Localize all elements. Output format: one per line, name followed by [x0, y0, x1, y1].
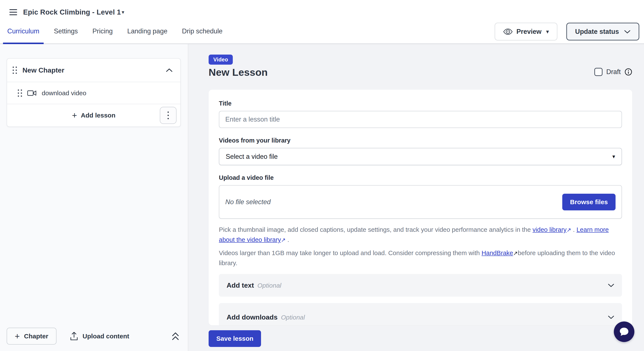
chevron-down-icon — [608, 283, 614, 287]
lesson-title: download video — [42, 90, 86, 97]
draft-toggle: Draft — [594, 68, 632, 78]
course-title-dropdown[interactable]: Epic Rock Climbing - Level 1 ▾ — [23, 8, 124, 16]
tab-row: Curriculum Settings Pricing Landing page… — [0, 20, 644, 44]
lesson-header: New Lesson Draft — [208, 65, 632, 78]
help-text: . — [571, 226, 576, 233]
save-row: Save lesson — [208, 330, 632, 347]
video-library-field: Videos from your library Select a video … — [219, 137, 622, 165]
chapter-footer: + Add lesson — [7, 104, 180, 126]
tab-drip-schedule[interactable]: Drip schedule — [178, 20, 227, 44]
lesson-form-card: Title Videos from your library Select a … — [208, 90, 632, 325]
add-text-label: Add text — [226, 282, 254, 289]
top-actions: Preview ▾ Update status — [495, 23, 639, 40]
title-bar: Epic Rock Climbing - Level 1 ▾ — [0, 0, 644, 20]
eye-icon — [503, 28, 513, 35]
upload-video-label: Upload a video file — [219, 174, 622, 181]
external-link-icon: ↗ — [513, 249, 518, 258]
video-camera-icon — [27, 90, 36, 96]
course-title: Epic Rock Climbing - Level 1 — [23, 8, 121, 16]
add-chapter-label: Chapter — [24, 332, 48, 340]
chevron-down-icon — [624, 30, 630, 34]
update-status-label: Update status — [575, 28, 619, 36]
video-library-label: Videos from your library — [219, 137, 622, 144]
video-file-select-value: Select a video file — [226, 153, 278, 160]
draft-label: Draft — [606, 68, 621, 76]
add-downloads-accordion[interactable]: Add downloads Optional — [219, 303, 622, 325]
preview-button[interactable]: Preview ▾ — [495, 23, 557, 40]
lesson-type-badge: Video — [208, 54, 233, 65]
caret-down-icon: ▾ — [546, 29, 549, 34]
draft-checkbox[interactable] — [594, 68, 602, 76]
external-link-icon: ↗ — [566, 226, 571, 234]
chapter-title: New Chapter — [22, 66, 160, 74]
tab-landing-page[interactable]: Landing page — [123, 20, 172, 44]
tabs-nav: Curriculum Settings Pricing Landing page… — [0, 20, 227, 44]
update-status-button[interactable]: Update status — [566, 23, 639, 40]
help-text: Pick a thumbnail image, add closed capti… — [219, 226, 532, 233]
sidebar-footer: + Chapter Upload content — [7, 328, 179, 344]
chat-widget-button[interactable] — [614, 322, 634, 342]
video-library-help-text: Pick a thumbnail image, add closed capti… — [219, 225, 622, 245]
plus-icon: + — [15, 332, 20, 340]
video-file-select[interactable]: Select a video file ▾ — [219, 148, 622, 165]
help-text: . — [286, 236, 289, 243]
save-lesson-button[interactable]: Save lesson — [208, 330, 261, 347]
hamburger-menu-icon[interactable] — [10, 9, 17, 15]
optional-hint: Optional — [258, 282, 281, 289]
lesson-item[interactable]: download video — [7, 82, 180, 104]
lesson-editor-panel: Video New Lesson Draft Title Videos from… — [188, 44, 644, 351]
curriculum-sidebar: New Chapter download video + Add lesson — [0, 44, 188, 351]
video-library-link[interactable]: video library — [532, 226, 566, 233]
add-lesson-label: Add lesson — [81, 112, 116, 119]
title-field: Title — [219, 100, 622, 128]
handbrake-link[interactable]: HandBrake — [482, 249, 513, 256]
chapter-card: New Chapter download video + Add lesson — [7, 58, 181, 127]
upload-video-field: Upload a video file No file selected Bro… — [219, 174, 622, 219]
tab-settings[interactable]: Settings — [50, 20, 82, 44]
no-file-text: No file selected — [225, 198, 271, 206]
content-area: New Chapter download video + Add lesson — [0, 44, 644, 351]
info-icon[interactable] — [624, 68, 632, 76]
add-downloads-label: Add downloads — [226, 313, 278, 321]
file-upload-box: No file selected Browse files — [219, 185, 622, 219]
browse-files-button[interactable]: Browse files — [562, 194, 616, 210]
upload-content-button[interactable]: Upload content — [70, 332, 172, 341]
chat-bubble-icon — [618, 326, 630, 337]
compression-help-text: Videos larger than 1GB may take longer t… — [219, 248, 622, 268]
drag-handle-icon[interactable] — [18, 90, 22, 97]
title-field-label: Title — [219, 100, 622, 107]
lesson-title-input[interactable] — [219, 111, 622, 128]
add-lesson-button[interactable]: + Add lesson — [72, 111, 115, 120]
tab-pricing[interactable]: Pricing — [88, 20, 117, 44]
external-link-icon: ↗ — [281, 236, 286, 244]
drag-handle-icon[interactable] — [12, 66, 17, 74]
top-bar: Epic Rock Climbing - Level 1 ▾ Curriculu… — [0, 0, 644, 44]
chevron-up-icon[interactable] — [166, 68, 173, 72]
help-text: Videos larger than 1GB may take longer t… — [219, 249, 482, 256]
add-text-accordion[interactable]: Add text Optional — [219, 274, 622, 297]
chapter-options-button[interactable] — [160, 107, 176, 124]
add-chapter-button[interactable]: + Chapter — [7, 328, 56, 344]
chevron-down-icon — [608, 315, 614, 319]
tab-curriculum[interactable]: Curriculum — [3, 20, 44, 44]
caret-down-icon: ▾ — [612, 153, 615, 160]
page-title: New Lesson — [208, 66, 268, 78]
caret-down-icon: ▾ — [122, 10, 124, 15]
upload-content-label: Upload content — [82, 332, 129, 340]
kebab-menu-icon — [168, 112, 169, 119]
preview-label: Preview — [516, 28, 542, 36]
optional-hint: Optional — [281, 314, 305, 321]
plus-icon: + — [72, 111, 77, 120]
collapse-all-icon[interactable] — [172, 332, 179, 341]
chapter-header[interactable]: New Chapter — [7, 59, 180, 82]
upload-icon — [70, 332, 78, 341]
